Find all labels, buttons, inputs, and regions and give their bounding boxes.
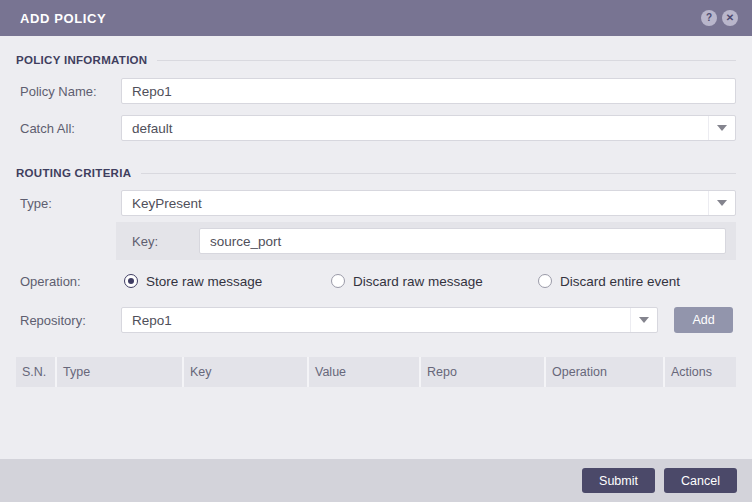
table-header-row: S.N. Type Key Value Repo Operation Actio… bbox=[16, 357, 736, 387]
chevron-down-icon bbox=[708, 116, 735, 140]
policy-name-input[interactable] bbox=[121, 78, 736, 104]
cancel-button[interactable]: Cancel bbox=[664, 468, 737, 493]
section-title: ROUTING CRITERIA bbox=[16, 167, 131, 179]
radio-icon[interactable] bbox=[331, 274, 345, 288]
type-label: Type: bbox=[16, 196, 121, 211]
radio-option-discard-raw-message[interactable]: Discard raw message bbox=[331, 274, 535, 289]
submit-button[interactable]: Submit bbox=[582, 468, 655, 493]
repository-row: Repository: Repo1 Add bbox=[16, 307, 736, 333]
radio-option-store-raw-message[interactable]: Store raw message bbox=[124, 274, 328, 289]
radio-option-discard-entire-event[interactable]: Discard entire event bbox=[538, 274, 742, 289]
add-policy-dialog: ADD POLICY ? ✕ POLICY INFORMATION Policy… bbox=[0, 0, 752, 502]
radio-label: Discard raw message bbox=[353, 274, 483, 289]
section-divider bbox=[141, 173, 736, 174]
column-header-repo: Repo bbox=[419, 357, 544, 387]
column-header-type: Type bbox=[55, 357, 182, 387]
titlebar: ADD POLICY ? ✕ bbox=[0, 0, 752, 36]
section-routing-criteria: ROUTING CRITERIA bbox=[16, 165, 736, 181]
policy-name-label: Policy Name: bbox=[16, 84, 121, 99]
repository-select[interactable]: Repo1 bbox=[121, 307, 658, 333]
key-input[interactable] bbox=[199, 228, 726, 254]
section-title: POLICY INFORMATION bbox=[16, 54, 147, 66]
dialog-title: ADD POLICY bbox=[20, 11, 106, 26]
type-selected-value: KeyPresent bbox=[132, 196, 202, 211]
chevron-down-icon bbox=[708, 191, 735, 215]
repository-selected-value: Repo1 bbox=[132, 313, 172, 328]
section-divider bbox=[157, 60, 736, 61]
repository-label: Repository: bbox=[16, 313, 121, 328]
help-icon[interactable]: ? bbox=[701, 10, 717, 26]
column-header-value: Value bbox=[307, 357, 419, 387]
catch-all-selected-value: default bbox=[132, 121, 173, 136]
column-header-key: Key bbox=[182, 357, 307, 387]
radio-label: Discard entire event bbox=[560, 274, 680, 289]
dialog-footer: Submit Cancel bbox=[0, 459, 752, 502]
operation-row: Operation: Store raw message Discard raw… bbox=[16, 271, 736, 291]
type-select[interactable]: KeyPresent bbox=[121, 190, 736, 216]
key-label: Key: bbox=[132, 234, 199, 249]
operation-options: Store raw message Discard raw message Di… bbox=[121, 274, 742, 289]
catch-all-row: Catch All: default bbox=[16, 115, 736, 141]
add-button[interactable]: Add bbox=[674, 307, 733, 333]
dialog-content: POLICY INFORMATION Policy Name: Catch Al… bbox=[0, 52, 752, 387]
section-policy-information: POLICY INFORMATION bbox=[16, 52, 736, 68]
criteria-table: S.N. Type Key Value Repo Operation Actio… bbox=[16, 357, 736, 387]
type-row: Type: KeyPresent bbox=[16, 190, 736, 216]
radio-icon[interactable] bbox=[124, 274, 138, 288]
operation-label: Operation: bbox=[16, 274, 121, 289]
radio-label: Store raw message bbox=[146, 274, 262, 289]
column-header-sn: S.N. bbox=[16, 357, 55, 387]
chevron-down-icon bbox=[630, 308, 657, 332]
catch-all-select[interactable]: default bbox=[121, 115, 736, 141]
column-header-actions: Actions bbox=[663, 357, 736, 387]
close-icon[interactable]: ✕ bbox=[722, 10, 738, 26]
policy-name-row: Policy Name: bbox=[16, 78, 736, 104]
key-row: Key: bbox=[116, 222, 736, 260]
radio-icon[interactable] bbox=[538, 274, 552, 288]
catch-all-label: Catch All: bbox=[16, 121, 121, 136]
column-header-operation: Operation bbox=[544, 357, 663, 387]
